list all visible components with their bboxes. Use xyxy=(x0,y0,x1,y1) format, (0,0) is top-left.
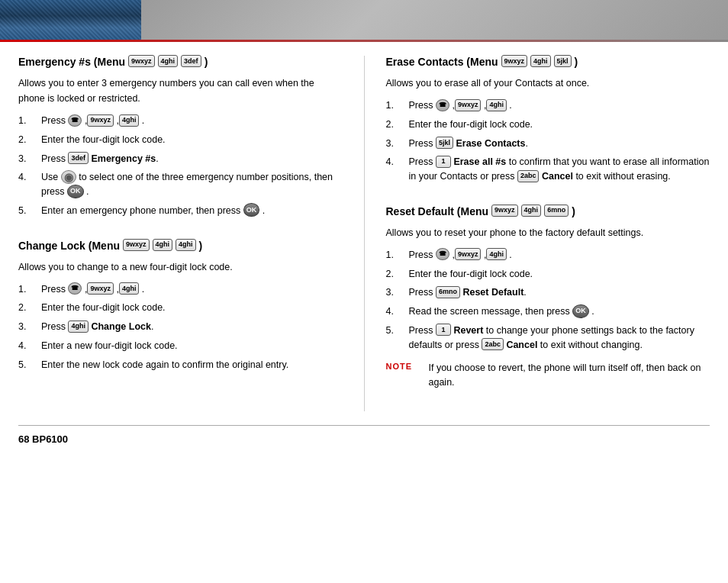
step: 2.Enter the four-digit lock code. xyxy=(18,301,343,315)
key-button: 5jkl xyxy=(554,55,572,67)
step-number: 1. xyxy=(18,282,41,297)
step: 2.Enter the four-digit lock code. xyxy=(386,118,710,132)
section-title: Reset Default (Menu 9wxyz 4ghi 6mno ) xyxy=(386,205,710,217)
step-content: Enter the four-digit lock code. xyxy=(409,267,710,282)
key-button: 9wxyz xyxy=(455,99,482,111)
key-button: 4ghi xyxy=(68,320,89,333)
steps-list: 1.Press ☎ ,9wxyz ,4ghi .2.Enter the four… xyxy=(18,282,343,372)
step-content: Press 1 Revert to change your phone sett… xyxy=(409,324,710,353)
step-number: 1. xyxy=(18,114,41,128)
key-button: 4ghi xyxy=(486,248,507,260)
step-number: 4. xyxy=(386,304,409,319)
left-column: Emergency #s (Menu 9wxyz 4ghi 3def )Allo… xyxy=(18,56,343,411)
step-number: 3. xyxy=(18,152,41,166)
step: 4.Enter a new four-digit lock code. xyxy=(18,339,343,353)
step: 1.Press ☎ ,9wxyz ,4ghi . xyxy=(386,248,710,263)
step-content: Press 6mno Reset Default. xyxy=(409,285,710,300)
key-button: ☎ xyxy=(436,248,449,260)
section-change-lock: Change Lock (Menu 9wxyz 4ghi 4ghi )Allow… xyxy=(18,240,343,372)
step: 3.Press 4ghi Change Lock. xyxy=(18,320,343,334)
step-content: Press 1 Erase all #s to confirm that you… xyxy=(409,155,710,184)
key-button: 9wxyz xyxy=(501,55,528,67)
key-button: 1 xyxy=(436,324,451,336)
step-content: Enter a new four-digit lock code. xyxy=(41,339,343,353)
key-button: 9wxyz xyxy=(87,114,114,127)
header xyxy=(0,0,728,40)
section-title: Erase Contacts (Menu 9wxyz 4ghi 5jkl ) xyxy=(386,56,710,68)
step-content: Press 5jkl Erase Contacts. xyxy=(409,137,710,151)
key-button: ☎ xyxy=(68,282,82,295)
key-button: ☎ xyxy=(68,114,82,127)
step: 4.Press 1 Erase all #s to confirm that y… xyxy=(386,155,710,184)
step-number: 5. xyxy=(386,324,409,353)
key-button: 4ghi xyxy=(119,282,140,295)
note-label: NOTE xyxy=(386,361,421,371)
col-divider xyxy=(364,56,365,411)
key-button: 4ghi xyxy=(119,114,140,127)
key-button: 4ghi xyxy=(153,239,173,251)
step-content: Press ☎ ,9wxyz ,4ghi . xyxy=(409,248,710,263)
note-box: NOTEIf you choose to revert, the phone w… xyxy=(386,361,710,390)
step-content: Press ☎ ,9wxyz ,4ghi . xyxy=(41,114,343,128)
key-button: 1 xyxy=(436,156,451,168)
step: 4.Read the screen message, then press OK… xyxy=(386,304,710,319)
key-button: 9wxyz xyxy=(87,282,114,295)
step-number: 4. xyxy=(18,339,41,353)
step: 4.Use ◉ to select one of the three emerg… xyxy=(18,170,343,199)
step-content: Press ☎ ,9wxyz ,4ghi . xyxy=(409,98,710,113)
step-content: Enter the four-digit lock code. xyxy=(41,133,343,147)
step-number: 4. xyxy=(386,155,409,184)
footer: 68 BP6100 xyxy=(0,426,728,453)
key-button: 9wxyz xyxy=(455,248,482,260)
steps-list: 1.Press ☎ ,9wxyz ,4ghi .2.Enter the four… xyxy=(386,248,710,353)
section-reset-default: Reset Default (Menu 9wxyz 4ghi 6mno )All… xyxy=(386,205,710,390)
key-button: 5jkl xyxy=(436,137,453,149)
key-button: 9wxyz xyxy=(491,205,518,217)
section-emergency: Emergency #s (Menu 9wxyz 4ghi 3def )Allo… xyxy=(18,56,343,218)
step-number: 3. xyxy=(18,320,41,334)
step: 1.Press ☎ ,9wxyz ,4ghi . xyxy=(18,282,343,297)
section-title: Change Lock (Menu 9wxyz 4ghi 4ghi ) xyxy=(18,240,343,252)
step: 3.Press 6mno Reset Default. xyxy=(386,285,710,300)
step-content: Enter the new lock code again to confirm… xyxy=(41,358,343,372)
step-number: 2. xyxy=(386,118,409,132)
step: 1.Press ☎ ,9wxyz ,4ghi . xyxy=(18,114,343,128)
section-desc: Allows you to change to a new four-digit… xyxy=(18,259,343,275)
steps-list: 1.Press ☎ ,9wxyz ,4ghi .2.Enter the four… xyxy=(386,98,710,184)
step-number: 1. xyxy=(386,98,409,113)
step-content: Use ◉ to select one of the three emergen… xyxy=(41,170,343,199)
step-content: Enter an emergency phone number, then pr… xyxy=(41,204,343,218)
step-content: Press ☎ ,9wxyz ,4ghi . xyxy=(41,282,343,297)
key-button: 6mno xyxy=(436,286,460,298)
key-button: 3def xyxy=(181,55,201,67)
key-button: 3def xyxy=(68,152,89,164)
key-button: 9wxyz xyxy=(123,239,150,251)
step-number: 3. xyxy=(386,137,409,151)
step-number: 2. xyxy=(18,301,41,315)
footer-page: 68 BP6100 xyxy=(18,433,68,445)
step: 1.Press ☎ ,9wxyz ,4ghi . xyxy=(386,98,710,113)
step-content: Press 4ghi Change Lock. xyxy=(41,320,343,334)
section-desc: Allows you to reset your phone to the fa… xyxy=(386,225,710,240)
step-content: Read the screen message, then press OK . xyxy=(409,304,710,319)
section-title: Emergency #s (Menu 9wxyz 4ghi 3def ) xyxy=(18,56,343,68)
step: 3.Press 5jkl Erase Contacts. xyxy=(386,137,710,151)
key-button: OK xyxy=(243,203,260,217)
step-number: 3. xyxy=(386,285,409,300)
key-button: 4ghi xyxy=(521,205,542,217)
step-content: Press 3def Emergency #s. xyxy=(41,152,343,166)
step: 5.Enter an emergency phone number, then … xyxy=(18,204,343,218)
key-button: 4ghi xyxy=(176,239,196,251)
note-text: If you choose to revert, the phone will … xyxy=(429,361,710,390)
key-button: 4ghi xyxy=(158,55,179,67)
step: 5.Press 1 Revert to change your phone se… xyxy=(386,324,710,353)
step: 2.Enter the four-digit lock code. xyxy=(18,133,343,147)
key-button: ◉ xyxy=(61,170,76,184)
step-number: 2. xyxy=(386,267,409,282)
key-button: ☎ xyxy=(436,99,449,111)
key-button: 2abc xyxy=(482,338,504,350)
step-number: 5. xyxy=(18,204,41,218)
step-content: Enter the four-digit lock code. xyxy=(409,118,710,132)
step: 3.Press 3def Emergency #s. xyxy=(18,152,343,166)
section-desc: Allows you to erase all of your Contacts… xyxy=(386,76,710,91)
